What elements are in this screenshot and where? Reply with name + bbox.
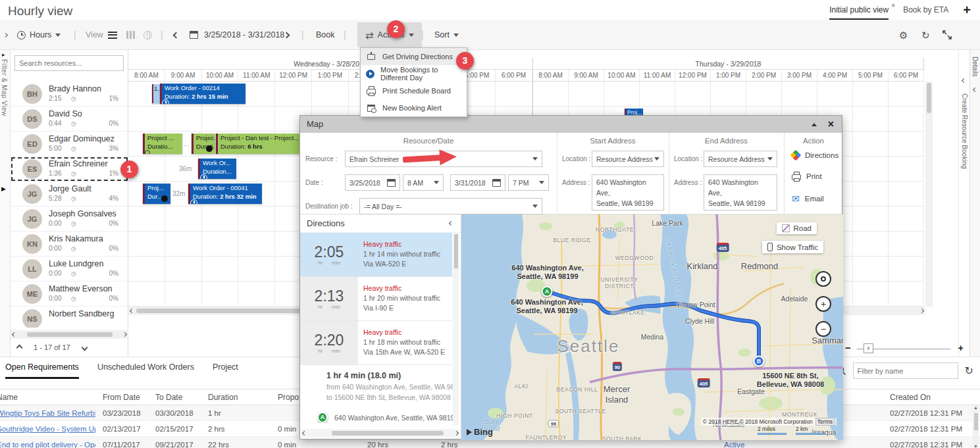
minimize-icon[interactable] (812, 123, 817, 126)
map-zoom-in-button[interactable]: + (815, 296, 831, 312)
resource-row[interactable]: LL Luke Lundgren 0:00◷ 0% (11, 257, 128, 282)
columns-view-icon[interactable] (126, 20, 135, 50)
start-address-textarea[interactable]: 640 Washington Ave, Seattle, WA 98199 (592, 174, 664, 211)
requirement-link[interactable]: Southridge Video - System Upgrade (0, 421, 95, 437)
resource-horizontal-scrollbar[interactable] (11, 330, 128, 339)
destination-job-select[interactable]: -= All Day =- (359, 198, 542, 214)
expand-panel-icon[interactable]: ▸ (2, 51, 5, 58)
booking[interactable]: Work Order - 00214 Duration: 2 hrs 15 mi… (160, 84, 245, 104)
settings-gear-icon[interactable]: ⚙ (899, 20, 908, 50)
resource-row[interactable]: DS David So 0:44◷ 0% (11, 107, 128, 132)
resource-row[interactable]: JG Jorge Gault 5:28◷ 4% (11, 182, 128, 207)
date-range[interactable]: 3/25/2018 - 3/31/2018 (204, 20, 284, 50)
requirement-link[interactable]: Wingtip Toys Fab Site Refurbishme... (0, 405, 95, 421)
collapse-directions-icon[interactable] (449, 221, 453, 226)
clock-icon: ◷ (71, 195, 76, 202)
annotation-badge-2: 2 (387, 20, 405, 38)
menu-item[interactable]: Move Bookings to Different Day (361, 65, 467, 82)
search-resources-input[interactable] (14, 55, 124, 71)
fullscreen-icon[interactable] (942, 20, 952, 50)
booking[interactable]: Work Or... Duration... (198, 159, 236, 179)
booking[interactable]: Project ... Duratio... (143, 134, 182, 154)
resource-row[interactable]: ES Efrain Schreiner 1:36◷ 1% (11, 157, 128, 182)
locate-me-button[interactable] (815, 271, 831, 287)
booking[interactable]: Projec... Durati... (192, 134, 215, 154)
resource-row[interactable]: ED Edgar Dominquez 5:00◷ 3% (11, 132, 128, 157)
expand-left-icon[interactable] (4, 20, 7, 50)
list-view-icon[interactable] (108, 20, 117, 50)
resource-row[interactable]: ME Matthew Everson 0:00◷ 0% (11, 282, 128, 307)
booking[interactable]: 36m (179, 164, 192, 174)
zoom-in-button[interactable]: + (958, 342, 964, 353)
page-up-icon[interactable] (16, 344, 23, 351)
directions-vertical-scrollbar[interactable] (453, 233, 459, 425)
tab-project[interactable]: Project (213, 362, 238, 379)
table-vertical-scrollbar[interactable]: ▲▼ (973, 405, 979, 448)
calendar-icon[interactable] (190, 20, 198, 50)
route-option[interactable]: 2:20 hrmin Heavy traffic 1 hr 18 min wit… (300, 321, 452, 365)
tab-unscheduled-work-orders[interactable]: Unscheduled Work Orders (97, 362, 194, 379)
end-address-textarea[interactable]: 640 Washington Ave, Seattle, WA 98199 (704, 174, 777, 211)
requirement-link[interactable]: End to end pilot delivery - Operati... (0, 437, 95, 448)
booking[interactable]: ... (184, 139, 189, 149)
date-to-input[interactable]: 3/31/2018 (450, 174, 505, 191)
terms-link[interactable]: Terms (815, 418, 835, 426)
zoom-slider-handle[interactable]: ‖ (864, 343, 873, 353)
route-option[interactable]: 2:05 hrmin Heavy traffic 1 hr 14 min wit… (300, 233, 452, 277)
hours-scale-dropdown[interactable]: Hours (17, 20, 61, 50)
road-view-button[interactable]: Road (777, 222, 817, 234)
filter-by-name-input[interactable] (853, 362, 958, 379)
sort-dropdown-button[interactable]: Sort (434, 20, 459, 50)
expand-icon[interactable] (962, 78, 966, 83)
start-location-select[interactable]: Resource Address (592, 151, 664, 167)
zoom-out-button[interactable]: − (845, 342, 851, 353)
resource-row[interactable]: NS Norbert Sandberg ◷ (11, 307, 128, 328)
booking[interactable]: 32m (172, 189, 185, 199)
menu-item[interactable]: Print Schedule Board (361, 82, 467, 99)
booking[interactable]: 1... (152, 84, 160, 103)
time-from-select[interactable]: 8 AM (403, 174, 444, 191)
board-vertical-scrollbar[interactable] (925, 82, 933, 307)
next-date-range-button[interactable] (284, 20, 289, 50)
booking[interactable]: Work Order - 00041 Duration: 2 hrs 32 mi… (188, 184, 262, 204)
directions-action[interactable]: Directions (792, 151, 838, 159)
add-board-tab-button[interactable]: + (963, 5, 971, 14)
page-down-icon[interactable] (81, 344, 88, 351)
hour-column[interactable]: 6:00 PM (889, 70, 924, 307)
filter-map-view-collapsed-panel[interactable]: ▸ Filter & Map View (0, 50, 11, 359)
resource-row[interactable]: JG Joseph Gonsalves 0:00◷ 0% (11, 207, 128, 232)
show-traffic-button[interactable]: ⋮Show Traffic (762, 241, 823, 253)
map-zoom-out-button[interactable]: − (815, 321, 831, 337)
section-resource-date: Resource/Date (300, 137, 557, 145)
resource-row[interactable]: BH Brady Hannon 2:15◷ 1% (11, 82, 128, 107)
refresh-icon[interactable]: ↻ (921, 20, 930, 50)
booking[interactable]: Proj... Dur... (143, 184, 170, 204)
map-view-icon[interactable] (143, 20, 152, 50)
tab-book-by-eta[interactable]: Book by ETA (903, 5, 948, 18)
time-to-select[interactable]: 7 PM (508, 174, 549, 191)
refresh-icon[interactable]: ↻ (965, 364, 973, 377)
close-icon[interactable]: × (828, 117, 834, 132)
print-icon (792, 174, 801, 180)
close-tab-icon[interactable]: × (891, 2, 895, 9)
directions-horizontal-scrollbar[interactable] (301, 429, 459, 437)
resource-row[interactable]: KN Kris Nakamura 0:00◷ 0% (11, 232, 128, 257)
menu-item[interactable]: New Booking Alert (361, 99, 467, 116)
email-action[interactable]: ✉ Email (792, 193, 824, 204)
dialog-title-bar[interactable]: Map × (300, 116, 842, 133)
tab-initial-public-view[interactable]: Initial public view × (829, 5, 889, 20)
print-action[interactable]: Print (792, 172, 822, 180)
create-resource-booking-panel[interactable]: Create Resource Booking (958, 50, 969, 359)
date-from-input[interactable]: 3/25/2018 (345, 174, 400, 191)
route-option[interactable]: 2:13 hrmin Heavy traffic 1 hr 20 min wit… (300, 277, 452, 321)
resource-panel-expander-icon[interactable]: ▶ (1, 186, 6, 192)
book-button[interactable]: Book (316, 20, 335, 50)
details-panel[interactable]: Details (969, 50, 980, 359)
tab-open-requirements[interactable]: Open Requirements (5, 362, 79, 379)
menu-item[interactable]: Get Driving Directions (361, 48, 467, 65)
bing-map[interactable]: Lake ParkNORTHGATEBLUE RIDGEWEDGWOODKirk… (461, 214, 843, 440)
end-location-select[interactable]: Resource Address (704, 151, 777, 167)
expand-icon[interactable] (973, 87, 977, 92)
prev-date-range-button[interactable] (174, 20, 178, 50)
hour-column[interactable]: 5:00 PM (853, 70, 889, 307)
